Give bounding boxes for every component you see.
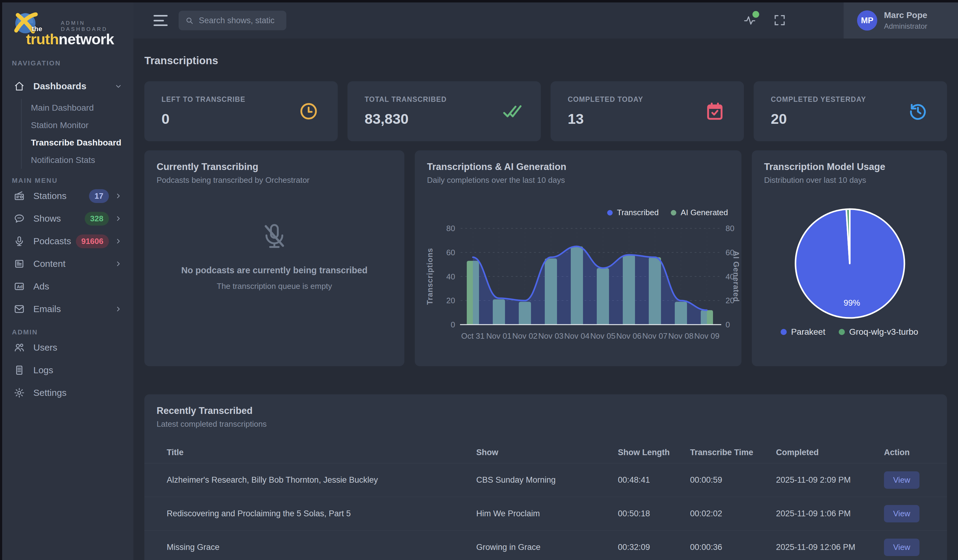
cell-show: CBS Sunday Morning bbox=[476, 475, 618, 485]
fullscreen-button[interactable] bbox=[772, 13, 787, 27]
cell-completed: 2025-11-09 2:09 PM bbox=[776, 475, 884, 485]
card-title: Currently Transcribing bbox=[157, 161, 258, 172]
sidebar-item-emails[interactable]: Emails bbox=[2, 298, 133, 320]
chevron-down-icon bbox=[114, 82, 123, 91]
svg-text:60: 60 bbox=[446, 248, 455, 257]
cell-show: Him We Proclaim bbox=[476, 509, 618, 519]
cell-title: Alzheimer's Research, Billy Bob Thornton… bbox=[167, 475, 476, 485]
sidebar-item-shows[interactable]: Shows328 bbox=[2, 207, 133, 230]
count-badge: 91606 bbox=[76, 234, 109, 248]
search-input[interactable] bbox=[199, 16, 280, 25]
radio-icon bbox=[13, 190, 25, 202]
avatar: MP bbox=[857, 10, 877, 30]
svg-text:Ad: Ad bbox=[17, 284, 23, 289]
sidebar-item-label: Stations bbox=[33, 191, 89, 201]
table-row: Rediscovering and Proclaiming the 5 Sola… bbox=[144, 497, 947, 531]
email-icon bbox=[13, 303, 25, 315]
cell-show-length: 00:32:09 bbox=[618, 543, 690, 552]
column-header-show-length: Show Length bbox=[618, 448, 690, 457]
empty-state: No podcasts are currently being transcri… bbox=[144, 221, 404, 291]
cell-title: Missing Grace bbox=[167, 543, 476, 552]
svg-text:80: 80 bbox=[726, 224, 734, 233]
combo-chart: 002020404060608080Oct 31Nov 01Nov 02Nov … bbox=[415, 150, 741, 366]
sidebar-item-ads[interactable]: AdAds bbox=[2, 275, 133, 298]
user-role: Administrator bbox=[884, 22, 928, 30]
sidebar-item-label: Dashboards bbox=[33, 81, 114, 92]
fullscreen-icon bbox=[773, 13, 787, 27]
app-logo[interactable]: the truthnetwork ADMIN DASHBOARD bbox=[2, 2, 133, 55]
search-box bbox=[179, 11, 286, 30]
user-name: Marc Pope bbox=[884, 10, 928, 20]
model-usage-card: Transcription Model Usage Distribution o… bbox=[752, 150, 947, 366]
sidebar-item-label: Ads bbox=[33, 281, 123, 292]
sidebar-item-label: Podcasts bbox=[33, 236, 76, 246]
calendar-check-icon bbox=[705, 101, 725, 121]
stat-card-completed-yesterday: COMPLETED YESTERDAY 20 bbox=[754, 81, 947, 141]
view-button[interactable]: View bbox=[884, 539, 920, 556]
svg-text:Nov 08: Nov 08 bbox=[668, 331, 693, 340]
nav-sub-items: Main DashboardStation MonitorTranscribe … bbox=[21, 99, 133, 169]
legend-item-groq-wlg-v3-turbo[interactable]: Groq-wlg-v3-turbo bbox=[839, 327, 918, 337]
mic-off-icon bbox=[260, 221, 289, 251]
sidebar-subitem-notification-stats[interactable]: Notification Stats bbox=[22, 151, 133, 169]
stat-card-total-transcribed: TOTAL TRANSCRIBED 83,830 bbox=[347, 81, 541, 141]
svg-text:Nov 01: Nov 01 bbox=[486, 331, 511, 340]
legend-dot bbox=[839, 329, 845, 335]
sidebar-item-settings[interactable]: Settings bbox=[2, 381, 133, 404]
svg-text:Transcriptions: Transcriptions bbox=[425, 248, 434, 305]
transcriptions-chart-card: Transcriptions & AI Generation Daily com… bbox=[415, 150, 741, 366]
sidebar-item-content[interactable]: Content bbox=[2, 253, 133, 275]
cell-title: Rediscovering and Proclaiming the 5 Sola… bbox=[167, 509, 476, 519]
sidebar-item-label: Settings bbox=[33, 388, 123, 398]
chevron-right-icon bbox=[114, 191, 123, 201]
sidebar-subitem-station-monitor[interactable]: Station Monitor bbox=[22, 117, 133, 134]
cell-show-length: 00:50:18 bbox=[618, 509, 690, 519]
sidebar-item-label: Logs bbox=[33, 365, 123, 375]
view-button[interactable]: View bbox=[884, 505, 920, 522]
nav-section-label: NAVIGATION bbox=[2, 59, 133, 67]
legend-item-parakeet[interactable]: Parakeet bbox=[780, 327, 825, 337]
nav-section-label: MAIN MENU bbox=[2, 177, 133, 185]
recently-transcribed-card: Recently Transcribed Latest completed tr… bbox=[144, 394, 947, 560]
view-button[interactable]: View bbox=[884, 471, 920, 489]
menu-toggle-button[interactable] bbox=[154, 14, 168, 27]
logs-icon bbox=[13, 364, 25, 376]
users-icon bbox=[13, 342, 25, 353]
table-row: Missing Grace Growing in Grace 00:32:09 … bbox=[144, 531, 947, 560]
sidebar-item-podcasts[interactable]: Podcasts91606 bbox=[2, 230, 133, 253]
table-title: Recently Transcribed bbox=[157, 405, 253, 416]
sidebar-item-stations[interactable]: Stations17 bbox=[2, 185, 133, 207]
logo-word-network: network bbox=[59, 30, 114, 48]
table-subtitle: Latest completed transcriptions bbox=[157, 419, 267, 429]
online-status-dot bbox=[752, 11, 759, 18]
count-badge: 328 bbox=[85, 212, 109, 226]
svg-text:Nov 05: Nov 05 bbox=[590, 331, 615, 340]
activity-status-button[interactable] bbox=[743, 13, 757, 27]
column-header-transcribe-time: Transcribe Time bbox=[690, 448, 776, 457]
table-row: Alzheimer's Research, Billy Bob Thornton… bbox=[144, 464, 947, 497]
svg-text:Nov 04: Nov 04 bbox=[564, 331, 589, 340]
cell-transcribe-time: 00:02:02 bbox=[690, 509, 776, 519]
cell-transcribe-time: 00:00:59 bbox=[690, 475, 776, 485]
sidebar-nav: NAVIGATIONDashboardsMain DashboardStatio… bbox=[2, 59, 133, 404]
sidebar-subitem-main-dashboard[interactable]: Main Dashboard bbox=[22, 99, 133, 117]
cell-completed: 2025-11-09 1:06 PM bbox=[776, 509, 884, 519]
history-icon bbox=[908, 101, 928, 121]
sidebar-item-users[interactable]: Users bbox=[2, 336, 133, 359]
stat-cards-row: LEFT TO TRANSCRIBE 0 TOTAL TRANSCRIBED 8… bbox=[144, 81, 947, 141]
chat-icon bbox=[13, 213, 25, 225]
svg-text:Oct 31: Oct 31 bbox=[461, 331, 485, 340]
sidebar-item-logs[interactable]: Logs bbox=[2, 359, 133, 381]
user-menu[interactable]: MP Marc Pope Administrator bbox=[844, 2, 958, 38]
chevron-right-icon bbox=[114, 237, 123, 246]
sidebar-item-dashboards[interactable]: Dashboards bbox=[2, 75, 133, 97]
column-header-action: Action bbox=[884, 448, 938, 457]
legend-dot bbox=[780, 329, 787, 335]
double-check-icon bbox=[502, 101, 522, 121]
clock-icon bbox=[298, 101, 319, 121]
content-icon bbox=[13, 258, 25, 270]
recent-table: TitleShowShow LengthTranscribe TimeCompl… bbox=[144, 442, 947, 560]
sidebar-subitem-transcribe-dashboard[interactable]: Transcribe Dashboard bbox=[22, 134, 133, 151]
sidebar-item-label: Emails bbox=[33, 304, 114, 314]
search-icon bbox=[185, 16, 194, 25]
